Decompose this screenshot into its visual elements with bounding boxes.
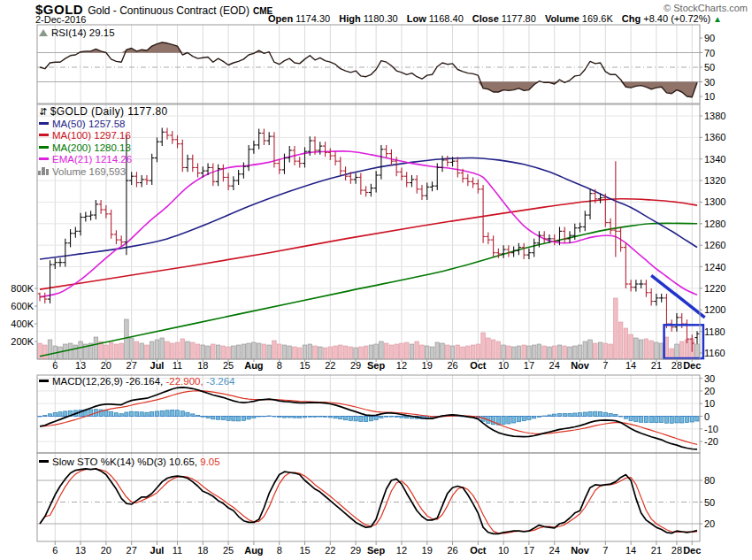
macd-hist-value: -3.264: [206, 376, 235, 387]
ma200-swatch-icon: [39, 146, 49, 149]
svg-text:28: 28: [671, 545, 682, 556]
svg-text:26: 26: [447, 545, 457, 556]
price-arrows-icon: ⇵: [39, 106, 48, 117]
svg-text:12: 12: [396, 360, 407, 371]
stochastic-legend: Slow STO %K(14) %D(3) 10.65, 9.05: [39, 456, 220, 469]
svg-text:10: 10: [704, 398, 715, 409]
svg-text:22: 22: [325, 360, 335, 371]
svg-text:90: 90: [704, 33, 715, 43]
svg-text:19: 19: [422, 545, 433, 556]
open-value: 1174.30: [295, 13, 330, 24]
chart-canvas: 66131320202727JulJul111118182525AugAug88…: [0, 0, 752, 560]
svg-text:30: 30: [704, 77, 715, 88]
svg-text:1380: 1380: [704, 111, 725, 121]
symbol-name: Gold - Continuous Contract (EOD): [88, 4, 249, 17]
svg-text:-20: -20: [704, 436, 718, 447]
svg-text:15: 15: [299, 545, 310, 556]
svg-text:0: 0: [704, 411, 710, 422]
svg-text:14: 14: [625, 360, 636, 371]
svg-text:11: 11: [173, 545, 182, 556]
svg-text:Jul: Jul: [150, 360, 165, 371]
svg-text:20: 20: [704, 386, 715, 396]
svg-text:24: 24: [549, 545, 560, 556]
svg-text:22: 22: [325, 545, 335, 556]
svg-text:6: 6: [52, 360, 58, 371]
svg-text:27: 27: [127, 545, 137, 556]
svg-text:30: 30: [704, 373, 715, 384]
svg-text:Nov: Nov: [571, 545, 590, 556]
svg-text:1160: 1160: [704, 348, 725, 358]
svg-text:10: 10: [498, 360, 509, 371]
svg-text:Dec: Dec: [683, 545, 701, 556]
sto-d-value: 9.05: [200, 456, 219, 467]
svg-text:20: 20: [704, 518, 715, 529]
svg-text:27: 27: [127, 360, 137, 371]
svg-text:Aug: Aug: [244, 360, 263, 371]
legend-ma200: MA(200) 1280.13: [39, 142, 168, 155]
macd-swatch-icon: [39, 380, 49, 382]
chart-date: 2-Dec-2016: [35, 14, 86, 25]
svg-text:80: 80: [704, 475, 715, 486]
svg-text:1240: 1240: [704, 262, 725, 272]
svg-text:50: 50: [704, 62, 715, 73]
svg-text:1280: 1280: [704, 219, 725, 229]
ma50-swatch-icon: [39, 122, 49, 125]
svg-text:400K: 400K: [11, 318, 34, 329]
svg-text:1260: 1260: [704, 240, 725, 250]
macd-legend-text: MACD(12,26,9) -26.164,: [52, 376, 163, 387]
svg-text:6: 6: [52, 545, 58, 556]
volume-value: 169.6K: [582, 13, 613, 24]
svg-text:29: 29: [350, 360, 361, 371]
svg-text:8: 8: [277, 545, 282, 556]
volume-label: Volume: [545, 13, 579, 24]
svg-text:11: 11: [173, 360, 182, 371]
sto-legend-text: Slow STO %K(14) %D(3) 10.65,: [52, 456, 197, 467]
svg-text:29: 29: [350, 545, 361, 556]
svg-text:15: 15: [299, 360, 310, 371]
svg-text:1360: 1360: [704, 132, 725, 142]
svg-text:50: 50: [704, 497, 715, 508]
svg-text:10: 10: [498, 545, 509, 556]
svg-text:Jul: Jul: [150, 545, 165, 556]
svg-text:14: 14: [625, 545, 636, 556]
quote-summary: Open 1174.30 High 1180.30 Low 1168.40 Cl…: [262, 13, 722, 24]
svg-text:17: 17: [524, 360, 534, 371]
svg-text:Oct: Oct: [470, 545, 487, 556]
svg-text:1320: 1320: [704, 175, 725, 186]
svg-text:1180: 1180: [704, 326, 725, 337]
macd-panel: [37, 379, 700, 449]
open-label: Open: [268, 13, 293, 24]
svg-text:10: 10: [704, 91, 715, 102]
svg-text:Oct: Oct: [470, 360, 487, 371]
legend-volume: Volume 169,593: [39, 166, 168, 179]
svg-text:1200: 1200: [704, 304, 725, 315]
ema21-swatch-icon: [39, 157, 49, 160]
svg-text:1220: 1220: [704, 283, 725, 294]
svg-text:8: 8: [277, 360, 282, 371]
svg-text:800K: 800K: [11, 283, 34, 294]
svg-text:-10: -10: [704, 424, 718, 434]
svg-text:200K: 200K: [11, 336, 34, 347]
svg-text:7: 7: [602, 360, 608, 371]
volume-bars-icon: [42, 167, 45, 175]
svg-text:20: 20: [101, 545, 111, 556]
macd-signal-value: -22.900,: [166, 376, 203, 387]
svg-text:26: 26: [447, 360, 457, 371]
svg-text:Sep: Sep: [367, 545, 385, 556]
svg-text:13: 13: [75, 545, 86, 556]
svg-text:13: 13: [75, 360, 86, 371]
close-label: Close: [472, 13, 499, 24]
svg-text:Dec: Dec: [683, 360, 701, 371]
rsi-panel: [37, 42, 700, 97]
ma100-swatch-icon: [39, 134, 49, 136]
chg-label: Chg: [622, 13, 641, 24]
sto-swatch-icon: [39, 460, 49, 463]
svg-text:21: 21: [651, 360, 662, 371]
stockcharts-credit: © StockCharts.com: [664, 3, 748, 13]
svg-text:Aug: Aug: [244, 545, 263, 556]
rsi-legend-text: RSI(14) 29.15: [51, 27, 115, 38]
legend-ema21: EMA(21) 1214.26: [39, 154, 168, 166]
up-arrow-icon: ▲: [713, 14, 722, 24]
svg-text:25: 25: [223, 545, 234, 556]
stochastic-panel: [37, 469, 700, 534]
